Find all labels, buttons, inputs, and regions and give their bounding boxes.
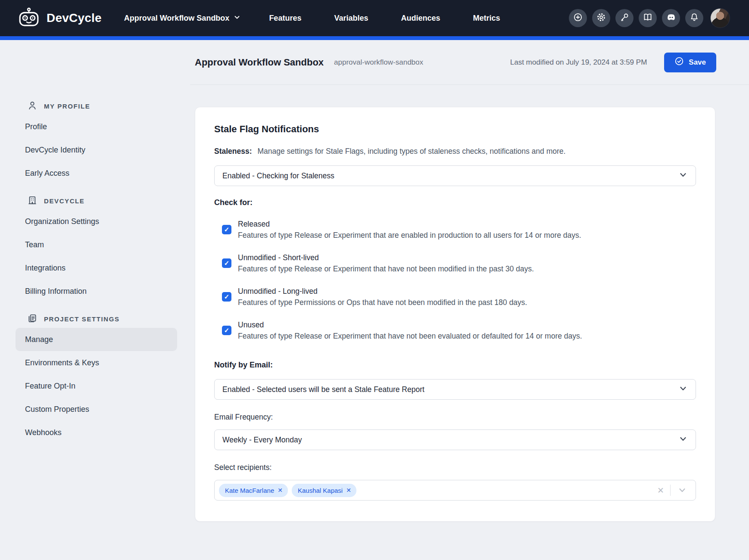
last-modified-text: Last modified on July 19, 2024 at 3:59 P… [510,58,647,67]
discord-button[interactable] [662,9,680,27]
unmodified-short-lived-checkbox[interactable] [222,258,231,268]
check-label: Released [238,218,581,230]
check-label: Unused [238,319,582,330]
page-header: Approval Workflow Sandbox approval-workf… [190,40,749,85]
nav-link-metrics[interactable]: Metrics [473,14,500,23]
recipients-multiselect[interactable]: Kate MacFarlane Kaushal Kapasi [214,480,696,501]
staleness-select[interactable]: Enabled - Checking for Staleness [214,165,696,186]
app-root: DevCycle Approval Workflow Sandbox Featu… [0,0,749,560]
plus-circle-icon [573,12,583,24]
check-texts: Released Features of type Release or Exp… [238,218,581,241]
recipient-name: Kaushal Kapasi [298,487,343,494]
staleness-select-value: Enabled - Checking for Staleness [222,171,678,180]
sidebar-item-billing-information[interactable]: Billing Information [16,280,177,303]
navbar-actions [569,8,730,28]
check-texts: Unmodified - Long-lived Features of type… [238,286,527,308]
sidebar: MY PROFILE Profile DevCycle Identity Ear… [0,85,190,522]
sidebar-section-header: PROJECT SETTINGS [0,310,190,328]
page-title: Approval Workflow Sandbox [195,57,324,68]
user-avatar[interactable] [710,8,730,28]
check-row-unused: Unused Features of type Release or Exper… [214,319,696,342]
sidebar-section-my-profile: MY PROFILE Profile DevCycle Identity Ear… [0,97,190,185]
sidebar-item-integrations[interactable]: Integrations [16,256,177,280]
person-icon [27,100,38,112]
book-icon [643,12,653,24]
check-row-released: Released Features of type Release or Exp… [214,218,696,241]
api-keys-button[interactable] [615,9,634,27]
staleness-label: Staleness: [214,147,252,156]
clipboard-icon [27,313,38,325]
remove-recipient-icon[interactable] [278,487,283,494]
sidebar-section-title: PROJECT SETTINGS [44,315,120,323]
sidebar-item-environments-keys[interactable]: Environments & Keys [16,351,177,374]
check-texts: Unused Features of type Release or Exper… [238,319,582,342]
bell-icon [689,12,699,24]
docs-button[interactable] [639,9,657,27]
sidebar-item-early-access[interactable]: Early Access [16,162,177,185]
sidebar-item-devcycle-identity[interactable]: DevCycle Identity [16,138,177,162]
check-texts: Unmodified - Short-lived Features of typ… [238,252,534,274]
gear-icon [596,12,606,24]
building-icon [27,195,38,207]
email-frequency-select[interactable]: Weekly - Every Monday [214,429,696,450]
sidebar-item-webhooks[interactable]: Webhooks [16,421,177,444]
recipient-tag: Kate MacFarlane [219,484,288,497]
notify-select[interactable]: Enabled - Selected users will be sent a … [214,379,696,400]
unused-checkbox[interactable] [222,326,231,335]
devcycle-robot-icon [17,7,41,29]
devcycle-logo[interactable]: DevCycle [17,7,102,29]
recipient-name: Kate MacFarlane [225,487,274,494]
check-row-unmodified-short-lived: Unmodified - Short-lived Features of typ… [214,252,696,274]
sidebar-item-profile[interactable]: Profile [16,115,177,138]
chevron-down-icon[interactable] [671,485,690,495]
chevron-down-icon [678,434,688,446]
chevron-down-icon [234,14,240,23]
check-description: Features of type Release or Experiment t… [238,263,534,274]
nav-link-features[interactable]: Features [269,14,301,23]
sidebar-item-custom-properties[interactable]: Custom Properties [16,398,177,421]
check-description: Features of type Permissions or Ops that… [238,297,527,308]
nav-links: Features Variables Audiences Metrics [269,14,500,23]
check-label: Unmodified - Short-lived [238,252,534,263]
sidebar-item-organization-settings[interactable]: Organization Settings [16,210,177,233]
project-selector-label: Approval Workflow Sandbox [124,14,230,23]
sidebar-section-devcycle: DEVCYCLE Organization Settings Team Inte… [0,192,190,303]
discord-icon [666,12,677,25]
staleness-description: Manage settings for Stale Flags, includi… [257,147,565,156]
notifications-button[interactable] [685,9,703,27]
email-frequency-label: Email Frequency: [214,413,696,422]
sidebar-section-header: MY PROFILE [0,97,190,115]
remove-recipient-icon[interactable] [346,487,351,494]
sidebar-section-title: MY PROFILE [44,103,90,110]
page-slug: approval-workflow-sandbox [334,58,423,67]
save-button[interactable]: Save [664,53,716,72]
released-checkbox[interactable] [222,225,231,234]
sidebar-section-title: DEVCYCLE [44,197,84,205]
check-circle-icon [674,56,684,68]
unmodified-long-lived-checkbox[interactable] [222,292,231,302]
brand-name: DevCycle [47,11,102,25]
clear-recipients-icon[interactable] [651,485,670,495]
check-label: Unmodified - Long-lived [238,286,527,297]
card-title: Stale Flag Notifications [214,124,696,135]
email-frequency-select-value: Weekly - Every Monday [222,436,678,445]
sidebar-item-team[interactable]: Team [16,233,177,256]
check-description: Features of type Release or Experiment t… [238,230,581,241]
settings-button[interactable] [592,9,610,27]
create-button[interactable] [569,9,587,27]
notify-select-value: Enabled - Selected users will be sent a … [222,385,678,394]
check-for-heading: Check for: [214,198,696,207]
save-button-label: Save [689,58,706,67]
nav-link-variables[interactable]: Variables [334,14,368,23]
top-navbar: DevCycle Approval Workflow Sandbox Featu… [0,0,749,36]
check-description: Features of type Release or Experiment t… [238,330,582,342]
project-selector[interactable]: Approval Workflow Sandbox [124,14,241,23]
notify-by-email-heading: Notify by Email: [214,361,696,370]
nav-link-audiences[interactable]: Audiences [401,14,440,23]
sidebar-item-manage[interactable]: Manage [16,328,177,351]
main-content: Stale Flag Notifications Staleness: Mana… [190,85,749,522]
chevron-down-icon [678,170,688,182]
sidebar-section-header: DEVCYCLE [0,192,190,210]
key-icon [619,12,630,24]
sidebar-item-feature-opt-in[interactable]: Feature Opt-In [16,374,177,398]
